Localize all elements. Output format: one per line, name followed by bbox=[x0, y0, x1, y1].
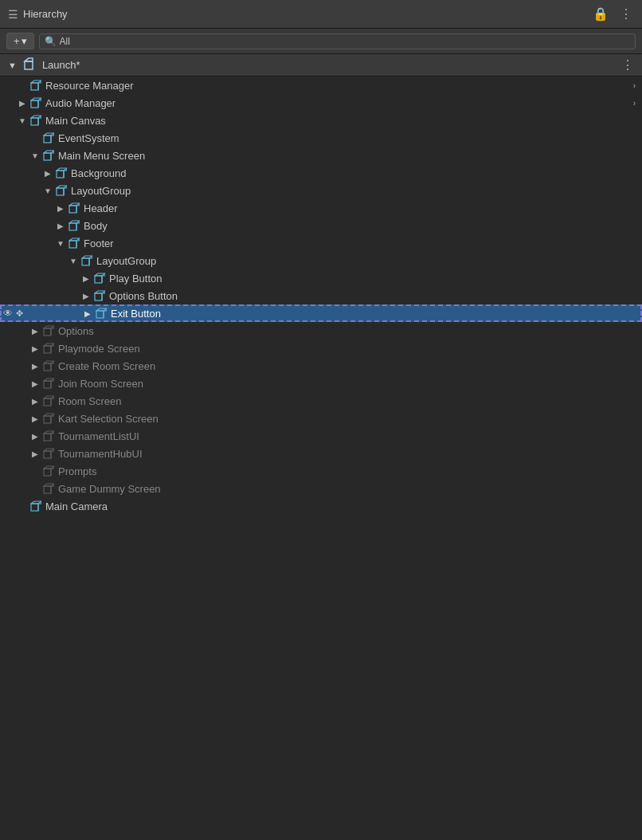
item-label: Background bbox=[71, 167, 126, 179]
tree-item-playmode-screen[interactable]: Playmode Screen bbox=[0, 340, 642, 357]
cube-icon bbox=[94, 306, 108, 320]
toolbar: + ▾ 🔍 bbox=[0, 29, 642, 54]
tree-item-layout-group-2[interactable]: LayoutGroup bbox=[0, 252, 642, 269]
tree-item-kart-selection-screen[interactable]: Kart Selection Screen bbox=[0, 410, 642, 427]
tree-item-main-camera[interactable]: Main Camera bbox=[0, 497, 642, 515]
cube-icon bbox=[41, 376, 56, 391]
expand-arrow[interactable] bbox=[29, 449, 41, 458]
svg-rect-35 bbox=[69, 223, 76, 230]
cube-icon bbox=[41, 446, 56, 461]
tree-item-tournament-hub-ui[interactable]: TournamentHubUI bbox=[0, 445, 642, 462]
exit-button-wrapper: ▶ Exit Button 👁 ✥ bbox=[0, 304, 642, 322]
expand-arrow[interactable] bbox=[29, 327, 41, 336]
tree-item-create-room-screen[interactable]: Create Room Screen bbox=[0, 357, 642, 375]
expand-arrow[interactable] bbox=[67, 257, 80, 265]
tree-item-prompts[interactable]: Prompts bbox=[0, 462, 642, 480]
tree-item-body[interactable]: Body bbox=[0, 217, 642, 234]
svg-rect-51 bbox=[95, 293, 102, 300]
expand-arrow[interactable] bbox=[29, 432, 41, 441]
item-label: Kart Selection Screen bbox=[58, 413, 159, 425]
expand-arrow[interactable] bbox=[16, 116, 29, 125]
expand-arrow[interactable] bbox=[29, 151, 41, 160]
expand-arrow[interactable] bbox=[54, 222, 67, 230]
expand-arrow[interactable] bbox=[29, 397, 41, 406]
eye-icon[interactable]: 👁 bbox=[3, 308, 13, 319]
cube-icon bbox=[92, 271, 107, 285]
tree-item-event-system[interactable]: EventSystem bbox=[0, 129, 642, 147]
cube-icon bbox=[41, 148, 56, 163]
tree-item-exit-button[interactable]: ▶ Exit Button bbox=[0, 304, 642, 322]
item-label: LayoutGroup bbox=[71, 185, 131, 197]
expand-arrow[interactable] bbox=[29, 362, 41, 371]
search-icon: 🔍 bbox=[45, 36, 57, 47]
cube-icon bbox=[41, 324, 56, 338]
tree-item-audio-manager[interactable]: Audio Manager › bbox=[0, 94, 642, 112]
cube-icon bbox=[41, 359, 56, 373]
item-label: Audio Manager bbox=[45, 97, 115, 109]
tree-item-tournament-list-ui[interactable]: TournamentListUI bbox=[0, 427, 642, 445]
lock-button[interactable]: 🔒 bbox=[591, 5, 610, 23]
item-label: Main Menu Screen bbox=[58, 150, 145, 162]
expand-arrow[interactable] bbox=[41, 186, 54, 195]
hierarchy-panel: ☰ Hierarchy 🔒 ⋮ + ▾ 🔍 ▼ Launch* ⋮ bbox=[0, 0, 642, 840]
more-options-button[interactable]: ⋮ bbox=[618, 5, 634, 23]
svg-rect-27 bbox=[57, 188, 64, 195]
item-label: EventSystem bbox=[58, 132, 119, 144]
tree-item-main-menu-screen[interactable]: Main Menu Screen bbox=[0, 147, 642, 164]
expand-arrow[interactable]: ▶ bbox=[81, 309, 94, 318]
tree-item-options-button[interactable]: Options Button bbox=[0, 287, 642, 304]
tree-item-play-button[interactable]: Play Button bbox=[0, 269, 642, 287]
right-arrow: › bbox=[633, 81, 636, 90]
tree-item-room-screen[interactable]: Room Screen bbox=[0, 392, 642, 410]
item-label: Prompts bbox=[58, 465, 96, 477]
item-label: Game Dummy Screen bbox=[58, 483, 161, 495]
svg-rect-19 bbox=[44, 153, 51, 160]
item-label: Room Screen bbox=[58, 395, 121, 407]
svg-rect-59 bbox=[44, 328, 51, 336]
tree-item-resource-manager[interactable]: Resource Manager › bbox=[0, 77, 642, 94]
add-button[interactable]: + ▾ bbox=[6, 33, 34, 49]
expand-arrow[interactable] bbox=[54, 204, 67, 213]
panel-title: Hierarchy bbox=[23, 8, 68, 20]
expand-arrow[interactable] bbox=[80, 274, 92, 283]
scene-bar: ▼ Launch* ⋮ bbox=[0, 54, 642, 77]
cube-icon bbox=[29, 78, 43, 92]
item-label: Options Button bbox=[109, 290, 178, 302]
svg-rect-83 bbox=[44, 434, 51, 441]
scene-more-button[interactable]: ⋮ bbox=[621, 57, 634, 73]
search-input[interactable] bbox=[60, 36, 630, 47]
tree-item-join-room-screen[interactable]: Join Room Screen bbox=[0, 375, 642, 392]
item-label: Join Room Screen bbox=[58, 378, 143, 390]
tree-item-game-dummy-screen[interactable]: Game Dummy Screen bbox=[0, 480, 642, 497]
cube-icon bbox=[80, 253, 94, 268]
expand-arrow[interactable] bbox=[80, 292, 92, 300]
expand-arrow[interactable] bbox=[29, 344, 41, 353]
tree-view[interactable]: Resource Manager › Audio Manager › bbox=[0, 77, 642, 840]
expand-arrow[interactable] bbox=[29, 379, 41, 388]
expand-arrow[interactable] bbox=[41, 169, 54, 178]
item-label: Create Room Screen bbox=[58, 360, 155, 372]
cube-icon bbox=[67, 201, 81, 215]
tree-item-main-canvas[interactable]: Main Canvas bbox=[0, 112, 642, 129]
svg-rect-43 bbox=[82, 258, 89, 265]
tree-item-layout-group-1[interactable]: LayoutGroup bbox=[0, 182, 642, 199]
cube-icon bbox=[41, 341, 56, 355]
svg-rect-3 bbox=[31, 83, 38, 90]
cube-icon bbox=[41, 131, 56, 145]
expand-arrow[interactable] bbox=[54, 239, 67, 248]
tree-item-background[interactable]: Background bbox=[0, 164, 642, 182]
scene-expand-arrow[interactable]: ▼ bbox=[8, 61, 17, 70]
tree-item-footer[interactable]: Footer bbox=[0, 234, 642, 252]
expand-arrow[interactable] bbox=[29, 414, 41, 423]
tree-item-options[interactable]: Options bbox=[0, 322, 642, 340]
cube-icon bbox=[41, 481, 56, 496]
cube-icon bbox=[67, 218, 81, 233]
header-bar: ☰ Hierarchy 🔒 ⋮ bbox=[0, 0, 642, 29]
expand-arrow[interactable] bbox=[16, 99, 29, 108]
select-icon[interactable]: ✥ bbox=[16, 308, 23, 319]
cube-icon bbox=[29, 113, 43, 128]
svg-rect-67 bbox=[44, 363, 51, 371]
svg-rect-7 bbox=[31, 100, 38, 108]
svg-rect-87 bbox=[44, 451, 51, 458]
tree-item-header[interactable]: Header bbox=[0, 199, 642, 217]
